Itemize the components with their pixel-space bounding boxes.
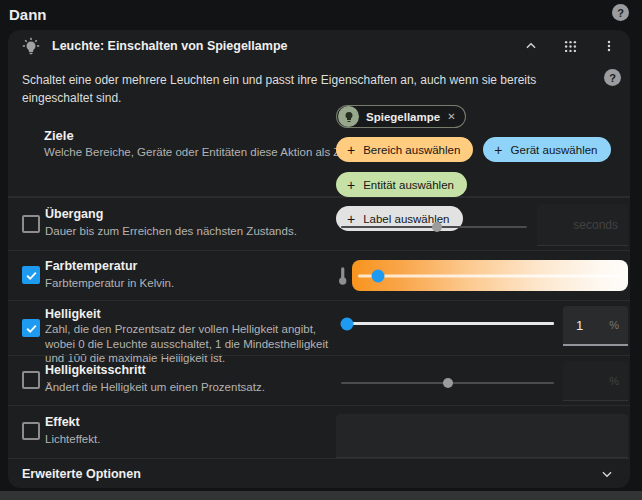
add-entity-label: Entität auswählen bbox=[363, 179, 454, 191]
lightbulb-icon bbox=[343, 111, 355, 123]
effect-description: Lichteffekt. bbox=[45, 432, 337, 447]
brightness-step-checkbox[interactable] bbox=[22, 371, 40, 389]
brightness-step-slider[interactable] bbox=[341, 382, 554, 384]
transition-description: Dauer bis zum Erreichen des nächsten Zus… bbox=[45, 224, 337, 239]
plus-icon: + bbox=[347, 143, 355, 157]
action-help-icon[interactable]: ? bbox=[604, 69, 621, 86]
advanced-options-label: Erweiterte Optionen bbox=[22, 467, 141, 481]
option-row-color-temp: Farbtemperatur Farbtemperatur in Kelvin. bbox=[8, 250, 630, 300]
dots-grid-icon bbox=[563, 39, 578, 54]
brightness-step-suffix: % bbox=[609, 375, 619, 387]
check-icon bbox=[25, 322, 38, 335]
option-row-transition: Übergang Dauer bis zum Erreichen des näc… bbox=[8, 197, 630, 250]
add-area-label: Bereich auswählen bbox=[363, 144, 460, 156]
target-chip-spiegellampe[interactable]: Spiegellampe ✕ bbox=[336, 105, 466, 128]
option-row-effect: Effekt Lichteffekt. bbox=[8, 405, 630, 458]
kebab-menu-icon bbox=[602, 38, 616, 54]
brightness-step-description: Ändert die Helligkeit um einen Prozentsa… bbox=[45, 380, 337, 395]
action-card-header[interactable]: Leuchte: Einschalten von Spiegellampe bbox=[8, 30, 630, 62]
action-card: Leuchte: Einschalten von Spiegellampe bbox=[8, 30, 630, 488]
color-temp-checkbox[interactable] bbox=[22, 266, 40, 284]
chip-label: Spiegellampe bbox=[366, 111, 440, 123]
color-temp-label: Farbtemperatur bbox=[45, 259, 137, 273]
chevron-up-icon bbox=[524, 39, 538, 53]
color-temp-slider[interactable] bbox=[352, 260, 628, 291]
close-icon[interactable]: ✕ bbox=[447, 111, 455, 122]
check-icon bbox=[25, 269, 38, 282]
brightness-checkbox[interactable] bbox=[22, 319, 40, 337]
add-device-label: Gerät auswählen bbox=[511, 144, 598, 156]
transition-checkbox[interactable] bbox=[22, 215, 40, 233]
brightness-step-input: % bbox=[563, 361, 628, 401]
slider-thumb[interactable] bbox=[372, 269, 385, 282]
transition-placeholder: seconds bbox=[573, 218, 618, 232]
targets-section: Ziele Welche Bereiche, Geräte oder Entit… bbox=[8, 95, 630, 197]
option-row-brightness: Helligkeit Zahl, die den Prozentsatz der… bbox=[8, 300, 630, 355]
transition-slider[interactable] bbox=[341, 226, 527, 228]
lightbulb-on-icon bbox=[22, 37, 40, 55]
brightness-label: Helligkeit bbox=[45, 307, 101, 321]
action-description-row: Schaltet eine oder mehrere Leuchten ein … bbox=[8, 62, 630, 95]
action-title: Leuchte: Einschalten von Spiegellampe bbox=[52, 39, 287, 53]
add-area-chip[interactable]: + Bereich auswählen bbox=[336, 137, 473, 162]
brightness-value: 1 bbox=[576, 318, 583, 333]
overflow-menu-button[interactable] bbox=[600, 37, 618, 55]
transition-label: Übergang bbox=[45, 207, 103, 221]
brightness-suffix: % bbox=[609, 319, 619, 331]
option-row-brightness-step: Helligkeitsschritt Ändert die Helligkeit… bbox=[8, 355, 630, 405]
expand-button[interactable] bbox=[598, 465, 616, 483]
effect-label: Effekt bbox=[45, 415, 80, 429]
slider-track bbox=[358, 274, 620, 277]
slider-thumb[interactable] bbox=[341, 317, 354, 330]
slider-thumb[interactable] bbox=[432, 222, 442, 232]
chip-avatar bbox=[338, 106, 359, 127]
targets-label: Ziele bbox=[44, 128, 74, 143]
add-device-chip[interactable]: + Gerät auswählen bbox=[483, 137, 610, 162]
collapse-button[interactable] bbox=[522, 37, 540, 55]
page-title: Dann bbox=[9, 6, 47, 23]
effect-checkbox[interactable] bbox=[22, 422, 40, 440]
next-card-edge bbox=[0, 491, 642, 500]
plus-icon: + bbox=[347, 178, 355, 192]
brightness-slider[interactable] bbox=[341, 322, 554, 325]
add-entity-chip[interactable]: + Entität auswählen bbox=[336, 172, 467, 197]
slider-thumb[interactable] bbox=[443, 378, 453, 388]
help-icon[interactable]: ? bbox=[612, 4, 629, 21]
plus-icon: + bbox=[494, 143, 502, 157]
brightness-input[interactable]: 1 % bbox=[563, 306, 628, 346]
effect-input bbox=[336, 414, 628, 458]
section-header: Dann ? bbox=[0, 0, 642, 30]
color-temp-description: Farbtemperatur in Kelvin. bbox=[45, 276, 337, 291]
chevron-down-icon bbox=[600, 467, 614, 481]
thermometer-icon bbox=[337, 265, 348, 286]
transition-input: seconds bbox=[537, 204, 628, 246]
brightness-step-label: Helligkeitsschritt bbox=[45, 363, 146, 377]
advanced-options-toggle[interactable]: Erweiterte Optionen bbox=[8, 458, 630, 488]
drag-handle[interactable] bbox=[561, 37, 579, 55]
